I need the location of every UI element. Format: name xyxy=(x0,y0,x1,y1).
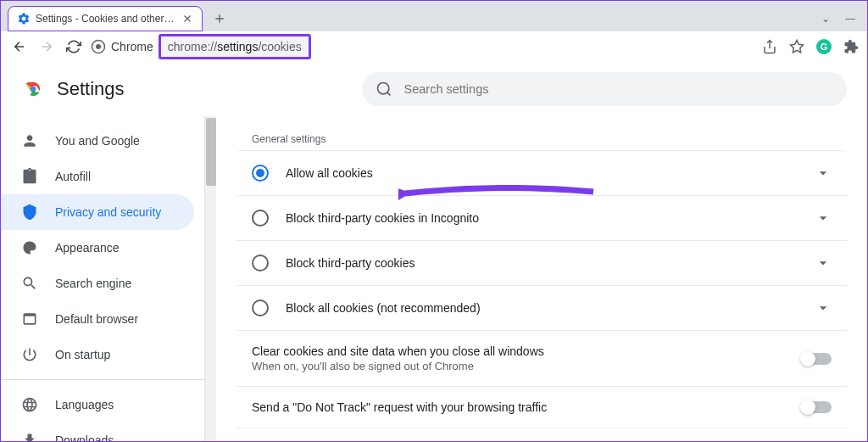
page-title: Settings xyxy=(57,78,125,100)
content-area: Settings You and Google Autofill Privacy… xyxy=(1,62,867,442)
sidebar-item-on-startup[interactable]: On startup xyxy=(1,337,204,372)
bookmark-star-icon[interactable] xyxy=(789,39,804,54)
chevron-down-icon[interactable] xyxy=(815,210,832,227)
person-icon xyxy=(21,132,38,149)
chevron-down-icon[interactable] xyxy=(815,255,832,271)
download-icon xyxy=(21,432,38,442)
sidebar-item-search-engine[interactable]: Search engine xyxy=(1,266,204,301)
url-text[interactable]: chrome://settings/cookies xyxy=(159,34,311,59)
sidebar-item-label: Appearance xyxy=(55,241,120,255)
radio-label: Block third-party cookies xyxy=(286,256,815,270)
globe-icon xyxy=(21,396,38,413)
shield-icon xyxy=(21,204,38,221)
magnify-icon xyxy=(21,275,38,292)
radio-icon[interactable] xyxy=(252,165,269,182)
sidebar-item-label: Downloads xyxy=(55,434,114,442)
settings-header: Settings xyxy=(1,62,867,116)
sidebar-item-label: Privacy and security xyxy=(55,205,161,219)
chevron-down-icon[interactable] xyxy=(815,165,832,182)
option-allow-all[interactable]: Allow all cookies xyxy=(236,150,847,196)
chevron-down-icon[interactable]: ⌄ xyxy=(821,13,830,25)
close-icon[interactable] xyxy=(181,13,193,25)
radio-icon[interactable] xyxy=(252,210,269,227)
radio-icon[interactable] xyxy=(252,299,269,316)
radio-label: Allow all cookies xyxy=(286,166,815,180)
sidebar-item-autofill[interactable]: Autofill xyxy=(1,159,204,194)
sidebar-item-label: Autofill xyxy=(55,170,91,183)
radio-icon[interactable] xyxy=(252,255,269,271)
svg-point-3 xyxy=(377,83,388,94)
minimize-button[interactable]: — xyxy=(845,13,855,25)
gear-icon xyxy=(17,12,31,25)
toolbar: Chrome chrome://settings/cookies G xyxy=(1,31,867,62)
new-tab-button[interactable] xyxy=(208,7,231,31)
sidebar-item-downloads[interactable]: Downloads xyxy=(1,422,204,442)
radio-label: Block third-party cookies in Incognito xyxy=(286,211,815,225)
share-icon[interactable] xyxy=(762,39,777,54)
sidebar: You and Google Autofill Privacy and secu… xyxy=(1,116,204,442)
toggle-switch[interactable] xyxy=(801,353,832,365)
option-block-incognito[interactable]: Block third-party cookies in Incognito xyxy=(236,196,847,241)
extensions-icon[interactable] xyxy=(843,39,859,54)
address-bar[interactable]: Chrome chrome://settings/cookies G xyxy=(91,34,859,59)
window-controls: ⌄ — xyxy=(821,13,867,25)
browser-chrome: Settings - Cookies and other site ⌄ — Ch… xyxy=(1,1,867,62)
sidebar-separator xyxy=(1,379,204,380)
search-settings[interactable] xyxy=(362,72,848,106)
sidebar-item-languages[interactable]: Languages xyxy=(1,387,204,422)
chrome-logo-icon xyxy=(21,77,45,101)
sidebar-scrollbar[interactable] xyxy=(204,116,216,442)
chevron-down-icon[interactable] xyxy=(815,299,832,316)
sidebar-item-you-and-google[interactable]: You and Google xyxy=(1,123,204,159)
sidebar-item-label: Default browser xyxy=(55,312,138,326)
main-panel: General settings Allow all cookies Block… xyxy=(216,116,867,442)
sidebar-item-label: Languages xyxy=(55,398,114,411)
option-block-third-party[interactable]: Block third-party cookies xyxy=(236,241,847,286)
browser-tab[interactable]: Settings - Cookies and other site xyxy=(8,6,203,31)
toggle-do-not-track[interactable]: Send a "Do Not Track" request with your … xyxy=(236,387,847,428)
sidebar-item-label: Search engine xyxy=(55,277,131,290)
section-title: General settings xyxy=(236,133,847,145)
search-input[interactable] xyxy=(404,82,834,96)
forward-button[interactable] xyxy=(36,36,57,57)
toggle-title: Clear cookies and site data when you clo… xyxy=(252,344,801,358)
chrome-label: Chrome xyxy=(111,40,153,53)
toggle-clear-cookies[interactable]: Clear cookies and site data when you clo… xyxy=(236,331,847,387)
clipboard-icon xyxy=(21,168,38,185)
toggle-subtitle: When on, you'll also be signed out of Ch… xyxy=(252,360,801,372)
cookie-options-group: Allow all cookies Block third-party cook… xyxy=(236,150,847,331)
sidebar-item-privacy[interactable]: Privacy and security xyxy=(1,194,194,230)
plus-icon xyxy=(213,12,226,25)
grammarly-extension-icon[interactable]: G xyxy=(816,39,832,54)
power-icon xyxy=(21,346,38,363)
browser-window-icon xyxy=(21,311,38,327)
toggle-switch[interactable] xyxy=(801,401,832,413)
search-icon xyxy=(376,81,392,98)
svg-point-1 xyxy=(96,44,101,49)
sidebar-item-appearance[interactable]: Appearance xyxy=(1,230,204,266)
back-button[interactable] xyxy=(9,36,30,57)
radio-label: Block all cookies (not recommended) xyxy=(286,301,815,315)
toggle-title: Send a "Do Not Track" request with your … xyxy=(252,400,801,414)
sidebar-item-label: You and Google xyxy=(55,134,140,148)
sidebar-item-label: On startup xyxy=(55,348,110,361)
option-block-all[interactable]: Block all cookies (not recommended) xyxy=(236,286,847,331)
palette-icon xyxy=(21,239,38,256)
chrome-lock-icon xyxy=(91,39,106,54)
tab-bar: Settings - Cookies and other site ⌄ — xyxy=(1,1,867,31)
tab-title: Settings - Cookies and other site xyxy=(36,13,176,25)
sidebar-item-default-browser[interactable]: Default browser xyxy=(1,301,204,337)
reload-button[interactable] xyxy=(64,36,84,57)
